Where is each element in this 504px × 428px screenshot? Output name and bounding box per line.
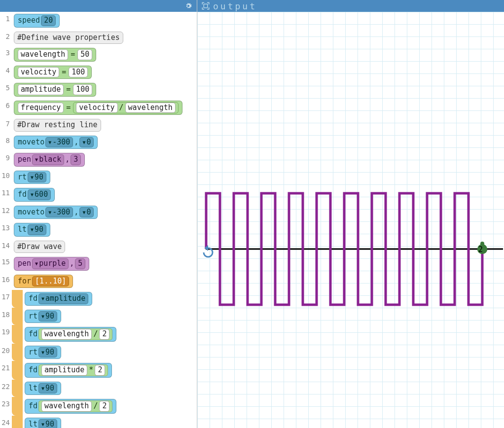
for-body: 17 fd ▼amplitude 18 rt ▼90 19 bbox=[0, 290, 197, 428]
fd-block[interactable]: fd wavelength / 2 bbox=[25, 327, 116, 342]
for-range[interactable]: [1..10] bbox=[32, 276, 69, 287]
gear-icon[interactable] bbox=[184, 1, 193, 10]
arg[interactable]: ▼90 bbox=[28, 172, 46, 183]
expr-a[interactable]: amplitude bbox=[41, 365, 87, 376]
cmd-label: speed bbox=[18, 16, 40, 26]
fd-block[interactable]: fd wavelength / 2 bbox=[25, 399, 116, 414]
pen-color[interactable]: ▼purple bbox=[32, 258, 69, 269]
expr-block[interactable]: wavelength / 2 bbox=[38, 400, 112, 412]
fd-block[interactable]: fd ▼amplitude bbox=[25, 292, 92, 306]
line-number: 18 bbox=[0, 308, 12, 319]
code-editor[interactable]: 1 speed 20 2 #Define wave properties 3 w… bbox=[0, 12, 197, 428]
moveto-block[interactable]: moveto ▼-300, ▼0 bbox=[14, 136, 98, 149]
pen-color[interactable]: ▼black bbox=[32, 154, 64, 165]
expr-b[interactable]: wavelength bbox=[125, 103, 176, 113]
pen-width[interactable]: 5 bbox=[75, 258, 85, 269]
arg-y[interactable]: ▼0 bbox=[79, 137, 94, 148]
rt-block[interactable]: rt ▼90 bbox=[25, 346, 61, 359]
moveto-block[interactable]: moveto ▼-300, ▼0 bbox=[14, 206, 98, 219]
comment-block[interactable]: #Draw resting line bbox=[14, 119, 101, 132]
line-number: 17 bbox=[0, 290, 12, 301]
arg[interactable]: ▼90 bbox=[38, 383, 57, 394]
fd-block[interactable]: fd ▼600 bbox=[14, 188, 55, 202]
cmd-label: lt bbox=[29, 384, 37, 393]
comment-block[interactable]: #Draw wave bbox=[14, 241, 65, 253]
arg-x[interactable]: ▼-300 bbox=[45, 207, 73, 218]
line-number: 4 bbox=[0, 64, 12, 74]
var-value[interactable]: 100 bbox=[73, 84, 92, 95]
var-name[interactable]: frequency bbox=[18, 103, 64, 113]
speed-value[interactable]: 20 bbox=[41, 15, 56, 26]
line-number: 23 bbox=[0, 397, 12, 408]
app-root: 1 speed 20 2 #Define wave properties 3 w… bbox=[0, 0, 504, 428]
arg[interactable]: ▼90 bbox=[38, 419, 57, 428]
for-block[interactable]: for [1..10] bbox=[14, 275, 73, 288]
var-name[interactable]: amplitude bbox=[18, 84, 64, 95]
speed-block[interactable]: speed 20 bbox=[14, 14, 60, 28]
mul-op: * bbox=[87, 365, 95, 375]
line-number: 9 bbox=[0, 151, 12, 162]
expr-block[interactable]: wavelength / 2 bbox=[38, 328, 112, 340]
cmd-label: rt bbox=[29, 312, 37, 321]
var-value[interactable]: 50 bbox=[77, 49, 92, 60]
expr-b[interactable]: 2 bbox=[99, 401, 109, 412]
arg-x[interactable]: ▼-300 bbox=[45, 137, 73, 148]
rt-block[interactable]: rt ▼90 bbox=[25, 310, 61, 323]
pen-block[interactable]: pen ▼black, 3 bbox=[14, 153, 85, 167]
div-op: / bbox=[118, 103, 125, 113]
lt-block[interactable]: lt ▼90 bbox=[14, 223, 50, 237]
cmd-label: fd bbox=[18, 190, 27, 200]
var-name[interactable]: wavelength bbox=[18, 49, 68, 60]
line-number: 19 bbox=[0, 325, 12, 336]
output-canvas[interactable]: 2 bbox=[197, 12, 504, 428]
arg-y[interactable]: ▼0 bbox=[79, 207, 94, 218]
cmd-label: fd bbox=[29, 401, 37, 411]
line-number: 13 bbox=[0, 221, 12, 232]
var-value[interactable]: 100 bbox=[69, 67, 88, 78]
cmd-label: rt bbox=[18, 173, 27, 182]
cmd-label: lt bbox=[18, 225, 27, 235]
reload-icon[interactable] bbox=[199, 244, 217, 261]
line-number: 21 bbox=[0, 361, 12, 372]
lt-block[interactable]: lt ▼90 bbox=[25, 382, 61, 395]
line-number: 1 bbox=[0, 12, 12, 23]
pen-width[interactable]: 3 bbox=[71, 154, 81, 165]
expr-block[interactable]: amplitude * 2 bbox=[38, 364, 108, 376]
expr-b[interactable]: 2 bbox=[99, 329, 109, 340]
comment-block[interactable]: #Define wave properties bbox=[14, 32, 123, 44]
pen-block[interactable]: pen ▼purple, 5 bbox=[14, 257, 89, 271]
line-number: 2 bbox=[0, 30, 12, 40]
expr-a[interactable]: wavelength bbox=[41, 401, 92, 412]
cmd-label: lt bbox=[29, 420, 37, 428]
var-name[interactable]: velocity bbox=[18, 67, 59, 78]
frame-icon[interactable] bbox=[201, 1, 210, 10]
arg[interactable]: ▼amplitude bbox=[38, 293, 88, 304]
line-number: 20 bbox=[0, 344, 12, 355]
arg[interactable]: ▼600 bbox=[28, 189, 51, 200]
lt-block[interactable]: lt ▼90 bbox=[25, 418, 61, 428]
assign-block[interactable]: frequency = velocity / wavelength bbox=[14, 101, 182, 115]
arg[interactable]: ▼90 bbox=[38, 347, 57, 358]
line-number: 8 bbox=[0, 134, 12, 144]
expr-block[interactable]: velocity / wavelength bbox=[73, 102, 179, 114]
arg[interactable]: ▼90 bbox=[38, 311, 57, 322]
assign-op: = bbox=[65, 85, 72, 95]
rt-block[interactable]: rt ▼90 bbox=[14, 171, 50, 184]
fd-block[interactable]: fd amplitude * 2 bbox=[25, 363, 112, 378]
line-number: 14 bbox=[0, 239, 12, 250]
code-panel: 1 speed 20 2 #Define wave properties 3 w… bbox=[0, 0, 197, 428]
wave-drawing bbox=[197, 12, 504, 428]
expr-a[interactable]: velocity bbox=[76, 103, 117, 113]
assign-block[interactable]: wavelength = 50 bbox=[14, 48, 96, 62]
expr-b[interactable]: 2 bbox=[95, 365, 105, 376]
cmd-label: rt bbox=[29, 348, 37, 357]
cmd-label: fd bbox=[29, 329, 37, 339]
arg[interactable]: ▼90 bbox=[28, 224, 46, 235]
expr-a[interactable]: wavelength bbox=[41, 329, 92, 340]
frequency-output-label: 2 bbox=[478, 245, 483, 254]
line-number: 24 bbox=[0, 416, 12, 427]
assign-block[interactable]: velocity = 100 bbox=[14, 66, 92, 79]
assign-block[interactable]: amplitude = 100 bbox=[14, 83, 96, 97]
cmd-label: pen bbox=[18, 155, 31, 165]
div-op: / bbox=[92, 329, 99, 339]
